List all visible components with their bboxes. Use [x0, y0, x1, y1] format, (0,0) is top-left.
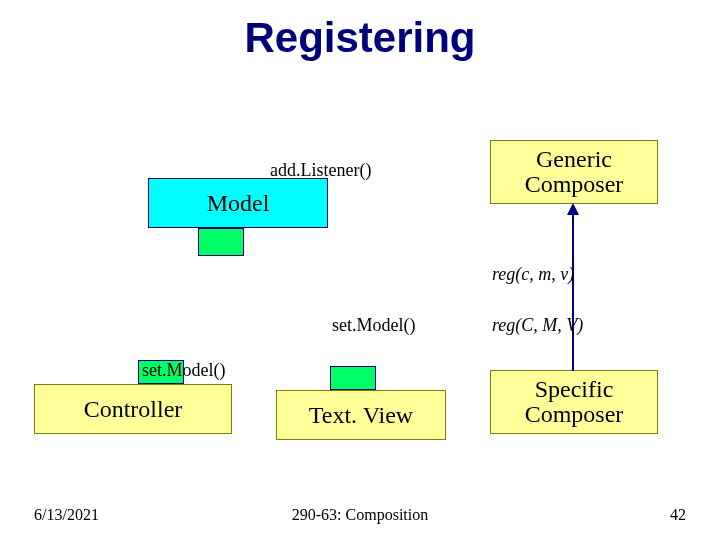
- add-listener-label: add.Listener(): [270, 160, 371, 181]
- arrow-specific-to-generic: [567, 203, 579, 371]
- footer-center: 290-63: Composition: [0, 506, 720, 524]
- page-title: Registering: [0, 14, 720, 62]
- controller-label: Controller: [84, 396, 183, 423]
- set-model-label-left: set.Model(): [142, 360, 225, 381]
- footer-page-number: 42: [670, 506, 686, 524]
- specific-composer-box: Specific Composer: [490, 370, 658, 434]
- model-box: Model: [148, 178, 328, 228]
- specific-composer-label: Specific Composer: [525, 377, 624, 427]
- reg-lower-label: reg(c, m, v): [492, 264, 574, 285]
- textview-label: Text. View: [309, 402, 413, 429]
- model-label: Model: [207, 190, 270, 217]
- controller-box: Controller: [34, 384, 232, 434]
- reg-upper-label: reg(C, M, V): [492, 315, 583, 336]
- generic-composer-label: Generic Composer: [525, 147, 624, 197]
- set-model-label-right: set.Model(): [332, 315, 415, 336]
- textview-top-stub: [330, 366, 376, 390]
- textview-box: Text. View: [276, 390, 446, 440]
- model-bottom-stub: [198, 228, 244, 256]
- generic-composer-box: Generic Composer: [490, 140, 658, 204]
- slide: Registering Model Generic Composer Speci…: [0, 0, 720, 540]
